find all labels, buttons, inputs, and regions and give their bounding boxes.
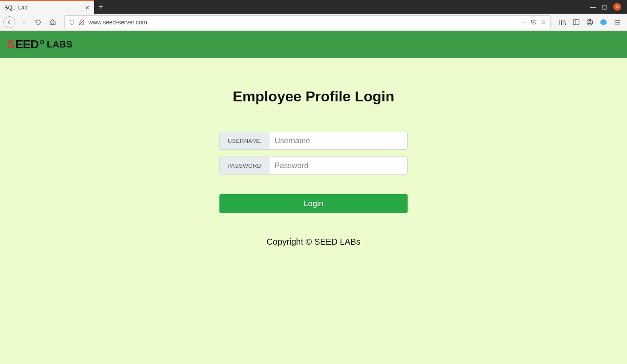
svg-rect-2 xyxy=(573,20,579,25)
username-input[interactable] xyxy=(269,132,407,149)
tab-close-icon[interactable]: ✕ xyxy=(85,4,90,11)
url-text: www.seed-server.com xyxy=(89,19,518,26)
minimize-icon[interactable]: — xyxy=(590,3,596,10)
reload-icon xyxy=(35,19,41,26)
home-icon xyxy=(49,19,56,26)
home-button[interactable] xyxy=(46,16,59,29)
arrow-right-icon xyxy=(21,19,27,25)
library-icon[interactable] xyxy=(559,18,566,26)
reload-button[interactable] xyxy=(32,16,44,29)
pocket-icon[interactable] xyxy=(530,19,537,26)
sidebar-icon[interactable] xyxy=(572,18,580,26)
arrow-left-icon xyxy=(6,19,12,25)
shield-icon xyxy=(69,19,75,26)
close-icon[interactable]: ✕ xyxy=(613,3,621,11)
window-titlebar: SQLi Lab ✕ + — ▢ ✕ xyxy=(0,0,627,14)
logo-seed-red: S xyxy=(7,38,15,51)
username-label: USERNAME xyxy=(220,132,269,149)
new-tab-button[interactable]: + xyxy=(94,0,108,14)
titlebar-spacer xyxy=(108,0,584,14)
maximize-icon[interactable]: ▢ xyxy=(602,3,607,10)
login-card: Employee Profile Login USERNAME PASSWORD… xyxy=(219,88,408,247)
window-controls: — ▢ ✕ xyxy=(584,0,627,14)
account-icon[interactable] xyxy=(586,18,594,26)
back-button[interactable] xyxy=(3,16,15,28)
toolbar-right xyxy=(556,18,624,26)
hamburger-menu-icon[interactable] xyxy=(613,18,621,26)
url-bar[interactable]: www.seed-server.com ⋯ ☆ xyxy=(64,15,551,29)
password-row: PASSWORD xyxy=(219,157,408,175)
page-title: Employee Profile Login xyxy=(219,88,408,112)
insecure-lock-icon xyxy=(78,19,85,26)
tab-title: SQLi Lab xyxy=(4,4,85,11)
browser-toolbar: www.seed-server.com ⋯ ☆ xyxy=(0,14,627,31)
login-button[interactable]: Login xyxy=(219,194,408,213)
bookmark-star-icon[interactable]: ☆ xyxy=(541,19,546,26)
password-label: PASSWORD xyxy=(220,157,269,174)
extension-icon[interactable] xyxy=(600,18,607,26)
footer-text: Copyright © SEED LABs xyxy=(219,237,408,247)
page-viewport: S EED ⚙ LABS Employee Profile Login USER… xyxy=(0,31,627,364)
gear-icon: ⚙ xyxy=(39,38,45,45)
logo-seed-black: EED xyxy=(15,38,39,51)
page-actions-icon[interactable]: ⋯ xyxy=(521,19,527,26)
seed-labs-logo[interactable]: S EED ⚙ LABS xyxy=(7,38,72,51)
site-header: S EED ⚙ LABS xyxy=(0,31,627,58)
browser-tab[interactable]: SQLi Lab ✕ xyxy=(0,0,94,14)
password-input[interactable] xyxy=(269,157,407,174)
svg-point-5 xyxy=(589,20,591,22)
username-row: USERNAME xyxy=(219,132,408,150)
logo-labs: LABS xyxy=(47,39,72,50)
svg-marker-6 xyxy=(600,19,606,25)
forward-button[interactable] xyxy=(17,16,30,29)
